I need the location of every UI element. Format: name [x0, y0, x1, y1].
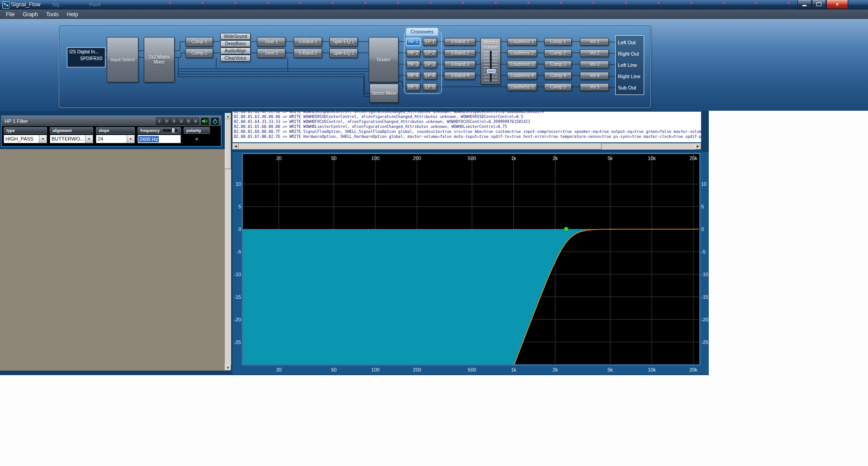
vertical-scroll-thumb[interactable]: [225, 119, 231, 169]
block-lp-2[interactable]: LP 2: [423, 49, 437, 57]
block-output-3[interactable]: Left Line: [616, 62, 644, 68]
block-srs-modes-3[interactable]: AudioAlign: [220, 47, 251, 54]
block-vol-3[interactable]: Vol 3: [580, 61, 609, 68]
channel-button-6[interactable]: 6: [192, 118, 199, 125]
input-source-name: I2S Digital In...: [67, 48, 105, 54]
type-header: type: [4, 127, 47, 134]
block-srs-modes-2[interactable]: DeepBass: [220, 40, 251, 47]
horizontal-scroll-thumb[interactable]: [239, 143, 602, 150]
menu-help[interactable]: Help: [63, 11, 82, 18]
block-bands5-1[interactable]: 5-Band 1: [294, 37, 322, 47]
block-comp-in-1[interactable]: Comp 1: [185, 37, 213, 47]
block-lp-4[interactable]: LP 4: [423, 72, 437, 80]
filter-handle[interactable]: [564, 227, 569, 231]
vertical-scrollbar[interactable]: ▲ ▼: [225, 113, 231, 371]
bypass-power-button[interactable]: [211, 118, 219, 125]
console-lines: B2.00.01.62.4C.CC.CD => WRITE WOWHDSRSSp…: [232, 112, 701, 139]
scroll-left-icon[interactable]: ◀: [232, 143, 239, 150]
block-loudness-1[interactable]: Loudness 1: [507, 38, 537, 46]
block-bands3-4[interactable]: 3-Band 4: [444, 72, 475, 80]
svg-text:100: 100: [371, 155, 379, 161]
background-window-title: Sig...: [52, 2, 63, 7]
channel-button-3[interactable]: 3: [171, 118, 177, 125]
block-comp-in-2[interactable]: Comp 2: [185, 48, 213, 58]
block-vol-2[interactable]: Vol 2: [580, 49, 609, 57]
block-srs-modes-4[interactable]: ClearVoice: [220, 55, 251, 61]
block-vol-5[interactable]: Vol 5: [580, 83, 609, 91]
message-console[interactable]: B2.00.01.62.4C.CC.CD => WRITE WOWHDSRSSp…: [232, 112, 701, 142]
chevron-down-icon: ▼: [85, 135, 93, 143]
block-loudness-2[interactable]: Loudness 2: [507, 49, 537, 57]
svg-text:10: 10: [236, 181, 241, 187]
polarity-button[interactable]: +: [184, 135, 210, 143]
block-vol-4[interactable]: Vol 4: [580, 72, 609, 80]
block-spkr-eq-1[interactable]: Spkr-EQ 1: [329, 37, 358, 47]
close-button[interactable]: ×: [826, 0, 848, 9]
alignment-dropdown[interactable]: BUTTERWO... ▼: [50, 135, 93, 143]
block-lp-1[interactable]: LP 1: [423, 38, 437, 46]
master-volume-label: Master Volume: [481, 38, 500, 50]
block-bands3-1[interactable]: 3-Band 1: [444, 38, 475, 46]
maximize-button[interactable]: [812, 0, 826, 9]
block-hp-1[interactable]: HP 1: [406, 38, 420, 46]
menu-graph[interactable]: Graph: [19, 11, 42, 18]
svg-text:1k: 1k: [511, 155, 517, 161]
block-output-2[interactable]: Right Out: [616, 51, 644, 56]
block-input-select[interactable]: Input Select: [107, 37, 138, 82]
block-stereo-mixer[interactable]: Stereo Mixer: [370, 84, 398, 103]
block-lp-3[interactable]: LP 3: [423, 61, 437, 68]
block-loudness-4[interactable]: Loudness 4: [507, 72, 537, 80]
block-output-1[interactable]: Left Out: [616, 40, 644, 45]
block-tones-2[interactable]: Tone 2: [257, 48, 285, 58]
svg-text:10k: 10k: [648, 367, 656, 372]
block-input-source[interactable]: I2S Digital In... SPDIFRX0: [67, 47, 105, 67]
block-output-5[interactable]: Sub Out: [616, 85, 644, 90]
block-tones-1[interactable]: Tone 1: [257, 37, 285, 47]
block-comp-out-1[interactable]: Comp 1: [544, 38, 572, 46]
frequency-input[interactable]: 2400 Hz: [138, 135, 181, 143]
block-loudness-5[interactable]: Loudness 5: [507, 83, 537, 91]
frequency-mini-slider[interactable]: [162, 128, 178, 133]
block-hp-2[interactable]: HP 2: [406, 49, 420, 57]
channel-button-5[interactable]: 5: [185, 118, 192, 125]
block-comp-out-4[interactable]: Comp 4: [544, 72, 572, 80]
block-hp-3[interactable]: HP 3: [406, 61, 420, 68]
minimize-button[interactable]: [797, 0, 811, 9]
block-bands3-3[interactable]: 3-Band 3: [444, 61, 475, 68]
master-volume-slider[interactable]: [481, 50, 500, 84]
frequency-response-graph[interactable]: 202050501001002002005005001k1k2k2k5k5k10…: [232, 152, 709, 374]
audition-button[interactable]: [201, 118, 209, 125]
block-loudness-3[interactable]: Loudness 3: [507, 61, 537, 68]
scroll-down-icon[interactable]: ▼: [225, 364, 231, 371]
block-router[interactable]: Router: [369, 37, 398, 82]
chevron-down-icon: ▼: [127, 135, 134, 143]
slider-thumb[interactable]: [486, 69, 496, 74]
block-comp-out-5[interactable]: Comp 5: [544, 83, 572, 91]
type-dropdown[interactable]: HIGH_PASS ▼: [4, 135, 47, 143]
channel-button-4[interactable]: 4: [178, 118, 185, 125]
menu-tools[interactable]: Tools: [42, 11, 63, 18]
menu-file[interactable]: File: [2, 11, 19, 18]
block-bands3-2[interactable]: 3-Band 2: [444, 49, 475, 57]
block-matrix-mixer[interactable]: 2x2 Matrix Mixer: [144, 37, 175, 82]
block-lp-5[interactable]: LP 5: [423, 83, 437, 91]
block-master-volume[interactable]: Master Volume: [480, 38, 501, 85]
slope-dropdown[interactable]: 24 ▼: [96, 135, 135, 143]
channel-button-2[interactable]: 2: [163, 118, 170, 125]
block-hp-5[interactable]: HP 5: [406, 83, 420, 91]
console-line: B2.00.01.64.33.33.33 => WRITE WOWHDFOCUS…: [234, 119, 701, 124]
channel-button-1[interactable]: 1: [156, 118, 163, 125]
block-vol-1[interactable]: Vol 1: [580, 38, 609, 46]
horizontal-scrollbar[interactable]: ◀ ▶: [232, 143, 701, 150]
block-comp-out-2[interactable]: Comp 2: [544, 49, 572, 57]
block-output-4[interactable]: Right Line: [616, 74, 644, 79]
block-comp-out-3[interactable]: Comp 3: [544, 61, 572, 68]
scroll-up-icon[interactable]: ▲: [225, 113, 231, 119]
scroll-right-icon[interactable]: ▶: [695, 143, 701, 150]
block-hp-4[interactable]: HP 4: [406, 72, 420, 80]
crossovers-tab[interactable]: Crossovers: [406, 28, 438, 36]
block-bands5-2[interactable]: 5-Band 2: [294, 48, 322, 58]
block-spkr-eq-2[interactable]: Spkr-EQ 2: [329, 48, 358, 58]
console-line: B2.00.01.66.00.00.7F => WRITE SignalFlow…: [234, 129, 701, 134]
block-srs-modes-1[interactable]: WideSound: [220, 33, 251, 40]
